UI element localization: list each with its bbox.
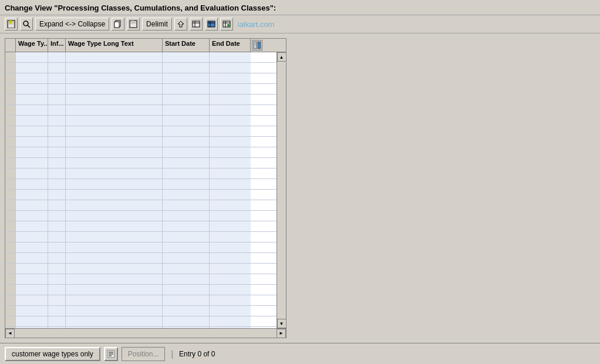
cell-end-date bbox=[210, 179, 251, 189]
table-body: (function() { const tbody = document.cur… bbox=[5, 52, 277, 328]
toolbar-copy-btn[interactable] bbox=[112, 18, 124, 31]
table-row[interactable] bbox=[5, 295, 277, 306]
cell-inf bbox=[48, 190, 66, 200]
cell-start-date bbox=[163, 179, 210, 189]
row-selector[interactable] bbox=[5, 137, 16, 147]
cell-wage-type bbox=[16, 295, 48, 305]
position-btn[interactable]: Position... bbox=[122, 347, 166, 361]
row-selector[interactable] bbox=[5, 211, 16, 221]
row-selector[interactable] bbox=[5, 306, 16, 316]
toolbar-btn-5[interactable] bbox=[174, 18, 187, 31]
toolbar-btn-6[interactable] bbox=[190, 18, 203, 31]
row-selector[interactable] bbox=[5, 168, 16, 178]
toolbar-btn-2[interactable] bbox=[20, 18, 33, 31]
row-selector[interactable] bbox=[5, 147, 16, 157]
cell-long-text bbox=[66, 137, 163, 147]
svg-rect-20 bbox=[254, 42, 257, 49]
svg-rect-1 bbox=[9, 21, 12, 23]
table-row[interactable] bbox=[5, 126, 277, 137]
table-row[interactable] bbox=[5, 73, 277, 84]
cell-start-date bbox=[163, 126, 210, 136]
row-selector[interactable] bbox=[5, 242, 16, 252]
row-selector[interactable] bbox=[5, 73, 16, 83]
table-row[interactable] bbox=[5, 179, 277, 190]
table-row[interactable] bbox=[5, 190, 277, 200]
delimit-btn[interactable]: Delimit bbox=[142, 18, 172, 31]
row-selector[interactable] bbox=[5, 158, 16, 168]
cell-wage-type bbox=[16, 105, 48, 115]
cell-end-date bbox=[210, 295, 251, 305]
vertical-scrollbar[interactable]: ▲ ▼ bbox=[277, 52, 286, 328]
table-row[interactable] bbox=[5, 95, 277, 105]
row-selector[interactable] bbox=[5, 295, 16, 305]
row-selector[interactable] bbox=[5, 126, 16, 136]
cell-wage-type bbox=[16, 242, 48, 252]
row-selector[interactable] bbox=[5, 190, 16, 200]
row-selector[interactable] bbox=[5, 63, 16, 73]
content-area: Wage Ty... Inf... Wage Type Long Text St… bbox=[0, 33, 600, 343]
row-selector[interactable] bbox=[5, 105, 16, 115]
table-row[interactable] bbox=[5, 52, 277, 63]
cell-inf bbox=[48, 274, 66, 284]
column-config-icon[interactable] bbox=[252, 40, 262, 50]
cell-wage-type bbox=[16, 126, 48, 136]
cell-long-text bbox=[66, 147, 163, 157]
table-row[interactable] bbox=[5, 211, 277, 221]
table-row[interactable] bbox=[5, 316, 277, 327]
table-row[interactable] bbox=[5, 168, 277, 179]
table-row[interactable] bbox=[5, 84, 277, 95]
table-row[interactable] bbox=[5, 116, 277, 126]
position-icon-btn[interactable] bbox=[104, 347, 118, 361]
row-selector[interactable] bbox=[5, 232, 16, 242]
table-row[interactable] bbox=[5, 274, 277, 285]
row-selector[interactable] bbox=[5, 316, 16, 326]
table-row[interactable] bbox=[5, 147, 277, 158]
toolbar-btn-1[interactable] bbox=[5, 18, 18, 31]
table-row[interactable] bbox=[5, 253, 277, 264]
svg-rect-13 bbox=[208, 21, 215, 27]
row-selector[interactable] bbox=[5, 274, 16, 284]
page-title: Change View "Processing Classes, Cumulat… bbox=[5, 4, 276, 12]
table-row[interactable] bbox=[5, 105, 277, 116]
cell-end-date bbox=[210, 285, 251, 295]
cell-wage-type bbox=[16, 316, 48, 326]
cell-long-text bbox=[66, 274, 163, 284]
row-selector[interactable] bbox=[5, 179, 16, 189]
table-row[interactable] bbox=[5, 137, 277, 147]
row-selector[interactable] bbox=[5, 95, 16, 105]
table-row[interactable] bbox=[5, 221, 277, 232]
expand-collapse-btn[interactable]: Expand <-> Collapse bbox=[35, 18, 109, 31]
toolbar-btn-8[interactable] bbox=[220, 18, 233, 31]
scroll-left-btn[interactable]: ◄ bbox=[5, 329, 15, 338]
table-row[interactable] bbox=[5, 306, 277, 316]
cell-end-date bbox=[210, 306, 251, 316]
row-selector[interactable] bbox=[5, 264, 16, 274]
scroll-right-btn[interactable]: ► bbox=[277, 329, 286, 338]
table-row[interactable] bbox=[5, 264, 277, 274]
cell-end-date bbox=[210, 190, 251, 200]
table-config-btn[interactable] bbox=[251, 39, 264, 52]
cell-long-text bbox=[66, 306, 163, 316]
customer-wage-types-btn[interactable]: customer wage types only bbox=[5, 347, 100, 361]
row-selector[interactable] bbox=[5, 52, 16, 62]
row-selector[interactable] bbox=[5, 116, 16, 126]
table-row[interactable] bbox=[5, 285, 277, 295]
row-selector[interactable] bbox=[5, 221, 16, 231]
row-selector[interactable] bbox=[5, 200, 16, 210]
horizontal-scrollbar[interactable]: ◄ ► bbox=[5, 328, 286, 338]
row-selector[interactable] bbox=[5, 253, 16, 263]
row-selector[interactable] bbox=[5, 84, 16, 94]
toolbar-save2-btn[interactable] bbox=[127, 18, 140, 31]
table-row[interactable] bbox=[5, 200, 277, 211]
table-row[interactable] bbox=[5, 242, 277, 253]
table-row[interactable] bbox=[5, 232, 277, 242]
toolbar-btn-7[interactable] bbox=[205, 18, 218, 31]
row-selector[interactable] bbox=[5, 285, 16, 295]
watermark: ialkart.com bbox=[238, 20, 275, 29]
cell-long-text bbox=[66, 221, 163, 231]
scroll-down-btn[interactable]: ▼ bbox=[277, 319, 286, 328]
table-row[interactable] bbox=[5, 63, 277, 73]
cell-start-date bbox=[163, 168, 210, 178]
scroll-up-btn[interactable]: ▲ bbox=[277, 52, 286, 62]
table-row[interactable] bbox=[5, 158, 277, 168]
